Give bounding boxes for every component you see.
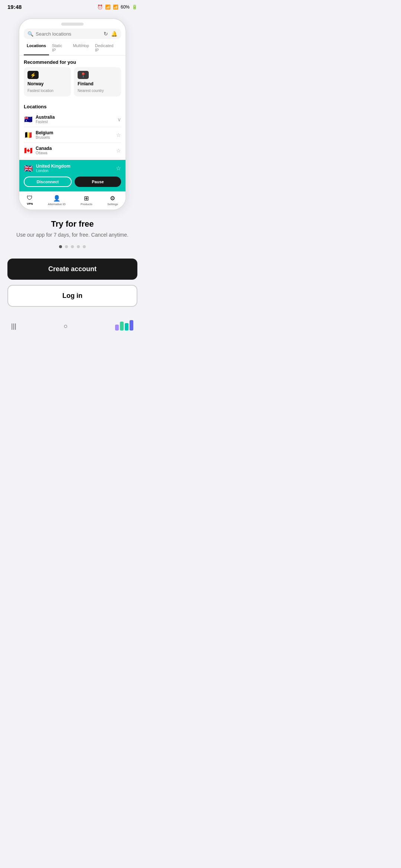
canada-info: Canada Ottawa [36,146,113,155]
locations-list: 🇦🇺 Australia Fastest ∨ 🇧🇪 Belgium Brusse… [19,112,125,158]
status-bar: 19:48 ⏰ 📶 📶 60% 🔋 [0,0,145,12]
svg-rect-0 [115,325,119,331]
phone-notch [61,23,84,26]
battery-icon: 🔋 [132,4,137,10]
battery-text: 60% [121,4,130,10]
create-account-button[interactable]: Create account [7,259,137,280]
menu-nav-button[interactable]: ||| [11,322,16,330]
dot-4[interactable] [77,245,80,248]
rec-card-norway[interactable]: ⚡ Norway Fastest location [24,67,71,96]
search-bar: 🔍 ↻ 🔔 [24,29,121,39]
alternative-id-icon: 👤 [53,195,61,202]
star-icon-canada[interactable]: ☆ [116,148,121,154]
dot-3[interactable] [71,245,74,248]
australia-name: Australia [36,115,114,120]
canada-flag: 🇨🇦 [24,147,33,155]
phone-inner: 🔍 ↻ 🔔 Locations Static IP MultiHop Dedic… [19,29,125,210]
dot-5[interactable] [83,245,86,248]
home-nav-button[interactable]: ○ [64,322,68,330]
alternative-id-label: Alternative ID [48,203,66,206]
dot-2[interactable] [65,245,68,248]
search-actions: ↻ 🔔 [104,31,117,37]
dot-1[interactable] [59,245,62,248]
star-icon-connected[interactable]: ☆ [116,165,121,172]
uk-flag: 🇬🇧 [24,164,33,173]
back-nav-button[interactable] [115,320,134,332]
australia-info: Australia Fastest [36,115,114,124]
tab-locations[interactable]: Locations [24,41,49,55]
nav-vpn[interactable]: 🛡 VPN [27,195,33,206]
status-time: 19:48 [7,4,22,10]
settings-icon: ⚙ [110,195,115,202]
svg-rect-1 [120,322,124,331]
locations-title: Locations [19,100,125,112]
norway-icon: ⚡ [27,71,39,79]
page-dots [59,245,86,248]
star-icon-belgium[interactable]: ☆ [116,132,121,138]
products-label: Products [81,203,92,206]
promo-subtitle: Use our app for 7 days, for free. Cancel… [5,232,140,238]
bottom-nav: 🛡 VPN 👤 Alternative ID ⊞ Products ⚙ Sett… [19,191,125,210]
vpn-icon: 🛡 [27,195,33,201]
connected-buttons: Disconnect Pause [24,177,121,187]
svg-rect-3 [130,320,133,331]
disconnect-button[interactable]: Disconnect [24,177,72,187]
norway-sub: Fastest location [27,89,67,93]
login-button[interactable]: Log in [7,285,137,307]
nav-products[interactable]: ⊞ Products [81,195,92,206]
alarm-icon: ⏰ [97,4,103,10]
canada-name: Canada [36,146,113,151]
nav-settings[interactable]: ⚙ Settings [107,195,118,206]
chevron-down-icon[interactable]: ∨ [117,116,121,122]
notification-icon[interactable]: 🔔 [111,31,117,37]
svg-rect-2 [125,323,128,331]
belgium-sub: Brussels [36,135,113,139]
tabs: Locations Static IP MultiHop Dedicated I… [19,41,125,56]
connected-country-name: United Kingdom [36,164,71,169]
search-icon: 🔍 [27,31,33,37]
rec-card-finland[interactable]: 📍 Finland Nearest country [74,67,121,96]
connected-city: London [36,169,71,173]
finland-name: Finland [78,81,117,86]
phone-mockup: 🔍 ↻ 🔔 Locations Static IP MultiHop Dedic… [19,18,126,210]
list-item[interactable]: 🇧🇪 Belgium Brussels ☆ [24,127,121,143]
canada-sub: Ottawa [36,151,113,155]
refresh-icon[interactable]: ↻ [104,31,108,37]
australia-flag: 🇦🇺 [24,115,33,124]
belgium-flag: 🇧🇪 [24,131,33,139]
connected-info: United Kingdom London [36,164,71,173]
finland-sub: Nearest country [78,89,117,93]
finland-icon: 📍 [78,71,89,79]
recommended-title: Recommended for you [19,56,125,67]
nav-alternative-id[interactable]: 👤 Alternative ID [48,195,66,206]
pause-button[interactable]: Pause [75,177,121,187]
connected-country: 🇬🇧 United Kingdom London ☆ [24,164,121,173]
app-icon-group [115,320,134,331]
wifi-icon: 📶 [105,4,111,10]
status-icons: ⏰ 📶 📶 60% 🔋 [97,4,137,10]
list-item[interactable]: 🇦🇺 Australia Fastest ∨ [24,112,121,127]
tab-multihop[interactable]: MultiHop [70,41,92,55]
vpn-label: VPN [27,202,33,206]
products-icon: ⊞ [84,195,89,202]
belgium-name: Belgium [36,130,113,135]
tab-static-ip[interactable]: Static IP [49,41,70,55]
australia-sub: Fastest [36,120,114,124]
android-nav: ||| ○ [0,316,145,337]
settings-label: Settings [107,203,118,206]
search-input[interactable] [36,31,101,37]
norway-name: Norway [27,81,67,86]
belgium-info: Belgium Brussels [36,130,113,139]
recommended-grid: ⚡ Norway Fastest location 📍 Finland Near… [19,67,125,100]
list-item[interactable]: 🇨🇦 Canada Ottawa ☆ [24,143,121,158]
signal-icon: 📶 [113,4,118,10]
connected-bar: 🇬🇧 United Kingdom London ☆ Disconnect Pa… [19,160,125,191]
tab-dedicated-ip[interactable]: Dedicated IP [92,41,121,55]
promo-title: Try for free [51,219,94,229]
